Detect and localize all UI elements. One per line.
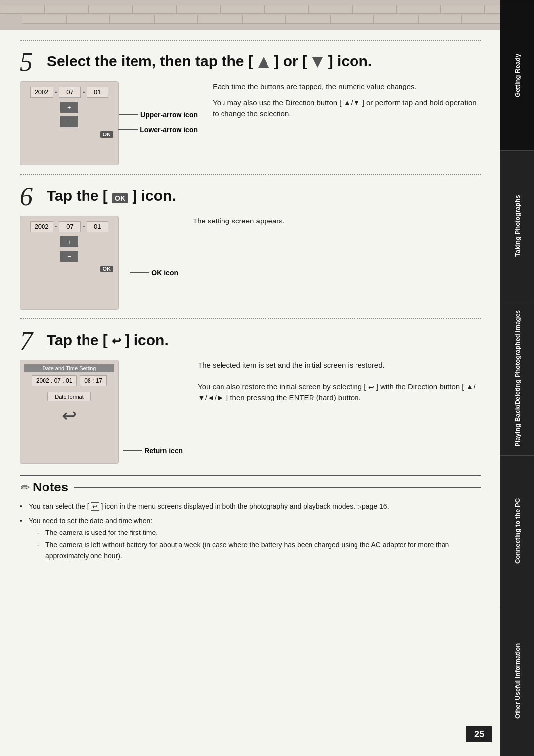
step-6-number: 6 — [20, 184, 42, 210]
step-7-device: Date and Time Setting 2002 . 07 . 01 08 … — [20, 360, 119, 464]
notes-subitem-2: The camera is left without battery for a… — [37, 539, 481, 562]
step-7-number: 7 — [20, 328, 42, 354]
notes-list: You can select the [ ↩ ] icon in the men… — [20, 501, 481, 561]
sidebar-tab-connecting-pc[interactable]: Connecting to the PC — [500, 455, 534, 606]
notes-pencil-icon: ✏ — [20, 481, 29, 494]
step-5-callout-lower: Lower-arrow icon — [118, 126, 198, 133]
step-7-content: Date and Time Setting 2002 . 07 . 01 08 … — [20, 360, 481, 464]
step-7-date: 2002 . 07 . 01 — [32, 375, 77, 386]
step-5-block: 5 Select the item, then tap the [ ] or [… — [20, 40, 481, 165]
step-6-device-area: 2002 · 07 · 01 + − OK — [20, 216, 129, 310]
step-5-plus-btn[interactable]: + — [60, 102, 78, 113]
notes-item-2: You need to set the date and time when: … — [20, 515, 481, 562]
right-sidebar: Getting Ready Taking Photographs Playing… — [500, 0, 534, 756]
step-6-callout-ok: OK icon — [130, 269, 178, 277]
step-6-plus-btn[interactable]: + — [60, 236, 78, 247]
notes-title-row: ✏ Notes — [20, 480, 481, 495]
step-7-format-btn[interactable]: Date format — [47, 392, 90, 401]
step-5-day: 01 — [87, 87, 108, 98]
step-6-minus-btn[interactable]: − — [60, 251, 78, 262]
step-5-desc2: You may also use the Direction button [ … — [213, 97, 481, 120]
sidebar-tab-playing-back[interactable]: Playing Back/Deleting Photographed Image… — [500, 301, 534, 455]
step-5-callout-upper: Upper-arrow icon — [119, 111, 198, 119]
step-6-content: 2002 · 07 · 01 + − OK — [20, 216, 481, 310]
step-5-description-area: Each time the buttons are tapped, the nu… — [143, 81, 481, 165]
notes-title: Notes — [33, 480, 68, 495]
step-5-minus-btn[interactable]: − — [60, 116, 78, 127]
step-5-device: 2002 · 07 · 01 + − OK — [20, 81, 119, 165]
step-7-description-area: The selected item is set and the initial… — [143, 360, 481, 464]
main-content: 5 Select the item, then tap the [ ] or [… — [0, 30, 500, 584]
step-7-device-area: Date and Time Setting 2002 . 07 . 01 08 … — [20, 360, 129, 464]
step-6-title: Tap the [ OK ] icon. — [47, 184, 481, 205]
step-6-ok-display: OK — [100, 266, 114, 272]
notes-section: ✏ Notes You can select the [ ↩ ] icon in… — [20, 475, 481, 561]
step-7-time: 08 : 17 — [80, 375, 107, 386]
notes-subitem-1: The camera is used for the first time. — [37, 527, 481, 538]
step-5-month: 07 — [59, 87, 81, 98]
notes-item-1: You can select the [ ↩ ] icon in the men… — [20, 501, 481, 512]
notes-title-line — [74, 487, 481, 488]
step-5-header: 5 Select the item, then tap the [ ] or [… — [20, 49, 481, 75]
step-7-title: Tap the [ ↩ ] icon. — [47, 328, 481, 349]
step-7-device-title: Date and Time Setting — [24, 364, 114, 372]
step-5-device-area: 2002 · 07 · 01 + − OK — [20, 81, 129, 165]
step-6-header: 6 Tap the [ OK ] icon. — [20, 184, 481, 210]
step-7-return-icon-display[interactable]: ↩ — [62, 405, 77, 426]
notes-sublist: The camera is used for the first time. T… — [29, 527, 481, 561]
step-5-desc1: Each time the buttons are tapped, the nu… — [213, 81, 481, 92]
step-5-ok-display: OK — [100, 131, 114, 138]
step-7-block: 7 Tap the [ ↩ ] icon. Date and Time Sett… — [20, 318, 481, 464]
step-6-description-area: The setting screen appears. — [143, 216, 481, 310]
step-7-header: 7 Tap the [ ↩ ] icon. — [20, 328, 481, 354]
step-7-desc2: You can also restore the initial screen … — [198, 381, 481, 403]
sidebar-tab-other-useful[interactable]: Other Useful Information — [500, 606, 534, 756]
page-number: 25 — [466, 726, 492, 742]
sidebar-tab-taking-photographs[interactable]: Taking Photographs — [500, 150, 534, 301]
step-5-title: Select the item, then tap the [ ] or [ ]… — [47, 49, 481, 70]
step-6-block: 6 Tap the [ OK ] icon. 2002 · 07 · 01 + — [20, 174, 481, 310]
step-6-month: 07 — [59, 221, 81, 232]
step-5-year: 2002 — [30, 87, 53, 98]
step-5-content: 2002 · 07 · 01 + − OK — [20, 81, 481, 165]
step-7-desc1: The selected item is set and the initial… — [198, 360, 481, 371]
sidebar-tab-getting-ready[interactable]: Getting Ready — [500, 0, 534, 150]
step-6-desc1: The setting screen appears. — [193, 216, 481, 227]
step-6-day: 01 — [87, 221, 108, 232]
brick-header — [0, 0, 534, 30]
step-6-year: 2002 — [30, 221, 53, 232]
step-7-callout-return: Return icon — [123, 447, 183, 455]
step-5-number: 5 — [20, 49, 42, 75]
step-6-device: 2002 · 07 · 01 + − OK — [20, 216, 119, 310]
